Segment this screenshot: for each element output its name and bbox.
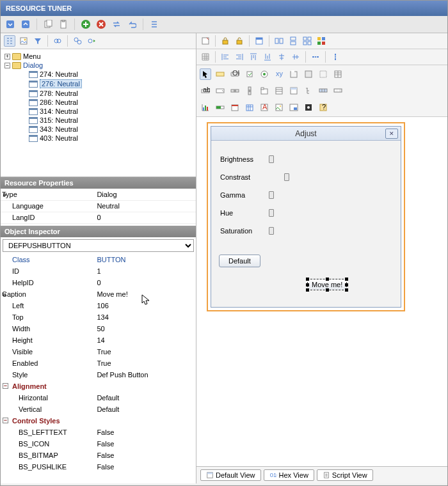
listview-tool-icon[interactable] xyxy=(288,85,300,97)
oi-val[interactable]: 50 xyxy=(94,323,196,334)
collapse-icon[interactable]: − xyxy=(3,383,8,389)
brightness-slider[interactable] xyxy=(269,153,393,165)
gamma-slider[interactable] xyxy=(269,189,393,201)
oi-val[interactable]: 0 xyxy=(94,277,196,288)
arrow-down-icon[interactable] xyxy=(4,19,16,30)
dialog-body[interactable]: Brightness Constrast Gamma Hue Saturatio… xyxy=(211,141,401,307)
oi-val[interactable]: False xyxy=(94,438,196,450)
panel-tool-icon[interactable] xyxy=(303,68,314,80)
align-left-icon[interactable] xyxy=(220,51,231,63)
groupbox-tool-icon[interactable] xyxy=(288,68,300,80)
tile-h-icon[interactable] xyxy=(273,35,285,47)
oi-val[interactable]: True xyxy=(94,346,196,357)
pip-tool-icon[interactable] xyxy=(288,102,300,113)
toolbar-tool-icon[interactable] xyxy=(332,85,344,97)
align-right-icon[interactable] xyxy=(234,51,245,63)
button-tool-icon[interactable]: OK xyxy=(229,68,241,80)
grid-toggle-icon[interactable] xyxy=(200,51,211,63)
image-tool-icon[interactable] xyxy=(273,102,285,113)
contrast-slider[interactable] xyxy=(269,171,393,183)
tab-default-view[interactable]: Default View xyxy=(200,469,261,481)
scrollv-tool-icon[interactable] xyxy=(244,85,255,97)
oi-val[interactable]: False xyxy=(94,450,196,461)
designer-canvas[interactable]: Adjust ✕ Brightness Constrast Gamma Hue … xyxy=(196,117,447,466)
tree-tool-icon[interactable] xyxy=(303,85,314,97)
label-tool-icon[interactable] xyxy=(214,68,226,80)
oi-val[interactable]: 134 xyxy=(94,311,196,323)
toggle-icon[interactable] xyxy=(52,35,63,47)
header-tool-icon[interactable] xyxy=(317,85,329,97)
tree-item[interactable]: 278: Neutral xyxy=(2,89,195,98)
align-bottom-icon[interactable] xyxy=(262,51,273,63)
tab-script-view[interactable]: Script View xyxy=(317,469,373,481)
oi-val[interactable]: Move me! xyxy=(94,288,196,300)
xy-tool-icon[interactable]: xy xyxy=(273,68,285,80)
tree-item[interactable]: 343: Neutral xyxy=(2,125,195,134)
list-tool-icon[interactable] xyxy=(273,85,285,97)
animation-tool-icon[interactable] xyxy=(303,102,314,113)
dialog-titlebar[interactable]: Adjust ✕ xyxy=(211,127,401,141)
resource-tree[interactable]: + Menu − Dialog 274: Neutral 276: Neutra… xyxy=(1,49,196,177)
tab-tool-icon[interactable] xyxy=(259,85,270,97)
pointer-icon[interactable] xyxy=(200,68,211,80)
collapse-icon[interactable]: − xyxy=(3,418,8,423)
oi-val[interactable]: False xyxy=(94,461,196,471)
tree-item[interactable]: 403: Neutral xyxy=(2,134,195,143)
tree-item[interactable]: 274: Neutral xyxy=(2,70,195,79)
oi-val[interactable]: Default xyxy=(94,392,196,404)
find-next-icon[interactable] xyxy=(86,35,97,47)
table-tool-icon[interactable] xyxy=(332,68,344,80)
oi-val[interactable]: 1 xyxy=(94,265,196,277)
oi-val[interactable]: Default xyxy=(94,404,196,415)
list-icon[interactable] xyxy=(148,19,160,30)
chart-tool-icon[interactable] xyxy=(200,102,211,113)
object-type-select[interactable]: DEFPUSHBUTTON xyxy=(3,239,194,252)
tree-item-menu[interactable]: + Menu xyxy=(2,52,195,61)
moveme-button-selected[interactable]: Move me! xyxy=(307,279,347,290)
calendar-tool-icon[interactable] xyxy=(229,102,241,113)
find-icon[interactable] xyxy=(72,35,83,47)
align-top-icon[interactable] xyxy=(248,51,259,63)
space-v-icon[interactable] xyxy=(330,51,341,63)
copy-icon[interactable] xyxy=(42,19,54,30)
frame-tool-icon[interactable] xyxy=(317,68,329,80)
collapse-icon[interactable]: − xyxy=(4,63,10,68)
image-view-icon[interactable] xyxy=(18,35,29,47)
dialog-preview[interactable]: Adjust ✕ Brightness Constrast Gamma Hue … xyxy=(211,126,401,308)
tree-item[interactable]: 314: Neutral xyxy=(2,107,195,116)
oi-val[interactable]: True xyxy=(94,357,196,369)
default-button[interactable]: Default xyxy=(219,255,260,267)
oi-val[interactable]: 106 xyxy=(94,300,196,311)
combo-tool-icon[interactable] xyxy=(214,85,226,97)
radio-tool-icon[interactable] xyxy=(259,68,270,80)
checkbox-tool-icon[interactable] xyxy=(244,68,255,80)
grid-4-icon[interactable] xyxy=(301,35,313,47)
richedit-tool-icon[interactable]: A xyxy=(259,102,270,113)
prop-val[interactable]: Dialog xyxy=(94,189,196,200)
oi-group[interactable]: −Alignment xyxy=(1,380,94,392)
tree-item[interactable]: 315: Neutral xyxy=(2,116,195,125)
saturation-slider[interactable] xyxy=(269,225,393,237)
paste-icon[interactable] xyxy=(58,19,69,30)
lock-icon[interactable] xyxy=(220,35,231,47)
delete-icon[interactable] xyxy=(95,19,107,30)
add-icon[interactable] xyxy=(80,19,92,30)
center-v-icon[interactable] xyxy=(290,51,301,63)
filter-icon[interactable] xyxy=(32,35,44,47)
tile-v-icon[interactable] xyxy=(287,35,299,47)
oi-group[interactable]: −Control Styles xyxy=(1,415,94,427)
close-icon[interactable]: ✕ xyxy=(385,129,398,139)
new-dialog-icon[interactable] xyxy=(200,35,211,47)
arrow-up-icon[interactable] xyxy=(20,19,31,30)
tree-view-icon[interactable] xyxy=(4,35,15,47)
space-h-icon[interactable] xyxy=(310,51,321,63)
swap-icon[interactable] xyxy=(111,19,122,30)
oi-val[interactable]: Def Push Button xyxy=(94,369,196,380)
expand-icon[interactable]: + xyxy=(4,54,10,59)
datepick-tool-icon[interactable] xyxy=(244,102,255,113)
scrollh-tool-icon[interactable] xyxy=(229,85,241,97)
tree-item-selected[interactable]: 276: Neutral xyxy=(2,79,195,89)
hue-slider[interactable] xyxy=(269,207,393,219)
prop-val[interactable]: 0 xyxy=(94,212,196,223)
tree-item-dialog[interactable]: − Dialog xyxy=(2,61,195,70)
